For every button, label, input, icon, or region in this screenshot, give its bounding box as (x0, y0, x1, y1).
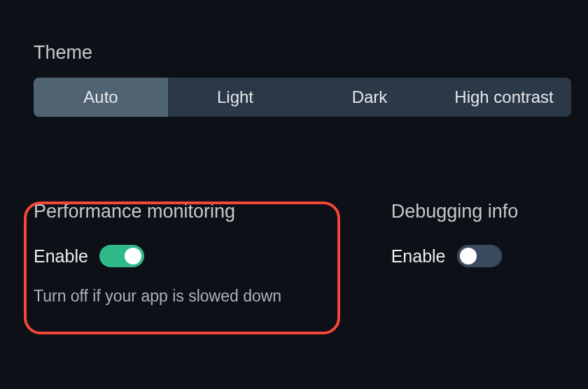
theme-section: Theme Auto Light Dark High contrast (34, 42, 554, 117)
debugging-info-section: Debugging info Enable (391, 201, 554, 306)
theme-option-light[interactable]: Light (168, 78, 302, 117)
debugging-info-title: Debugging info (391, 201, 554, 222)
theme-option-high-contrast[interactable]: High contrast (437, 78, 571, 117)
debugging-enable-label: Enable (391, 246, 446, 267)
performance-helper-text: Turn off if your app is slowed down (34, 287, 321, 306)
toggle-knob (125, 248, 141, 264)
performance-enable-label: Enable (34, 246, 88, 267)
toggle-knob (460, 248, 477, 264)
theme-segmented-control: Auto Light Dark High contrast (34, 78, 571, 117)
debugging-enable-toggle[interactable] (457, 245, 502, 267)
performance-enable-toggle[interactable] (99, 245, 144, 267)
theme-option-dark[interactable]: Dark (302, 78, 437, 117)
theme-title: Theme (34, 42, 554, 64)
performance-monitoring-section: Performance monitoring Enable Turn off i… (34, 201, 321, 306)
theme-option-auto[interactable]: Auto (34, 78, 168, 117)
performance-monitoring-title: Performance monitoring (34, 201, 321, 222)
